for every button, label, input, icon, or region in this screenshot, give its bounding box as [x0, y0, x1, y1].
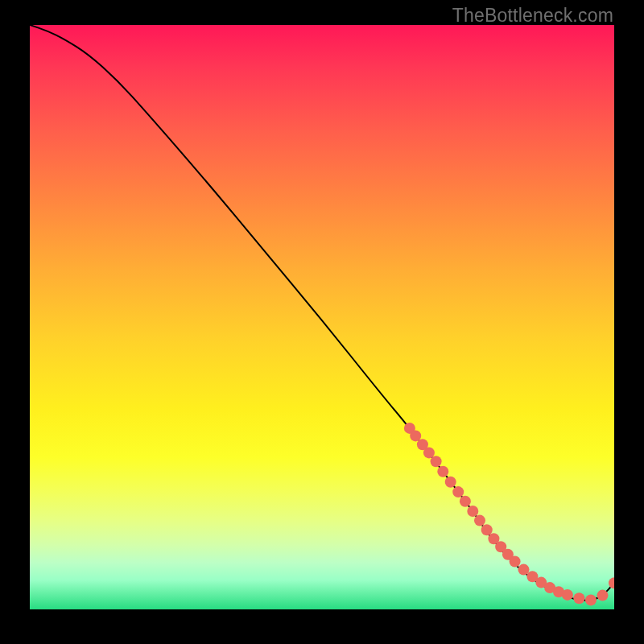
- data-dot: [481, 524, 493, 535]
- data-dots: [404, 423, 614, 606]
- data-dot: [518, 564, 530, 576]
- data-dot: [437, 466, 448, 477]
- data-dot: [510, 556, 521, 568]
- bottleneck-curve: [30, 25, 614, 601]
- watermark-text: TheBottleneck.com: [452, 5, 613, 27]
- data-dot: [585, 594, 597, 605]
- data-dot: [467, 506, 478, 517]
- chart-area: [30, 25, 614, 609]
- data-dot: [562, 589, 573, 601]
- data-dot: [410, 430, 421, 441]
- data-dot: [597, 590, 609, 601]
- data-dot: [431, 456, 442, 467]
- data-dot: [445, 477, 456, 488]
- data-dot: [609, 577, 614, 588]
- data-dot: [474, 515, 485, 526]
- data-dot: [460, 496, 471, 507]
- data-dot: [452, 486, 464, 497]
- data-dot: [573, 592, 584, 604]
- chart-svg: [30, 25, 614, 609]
- data-dot: [423, 447, 435, 458]
